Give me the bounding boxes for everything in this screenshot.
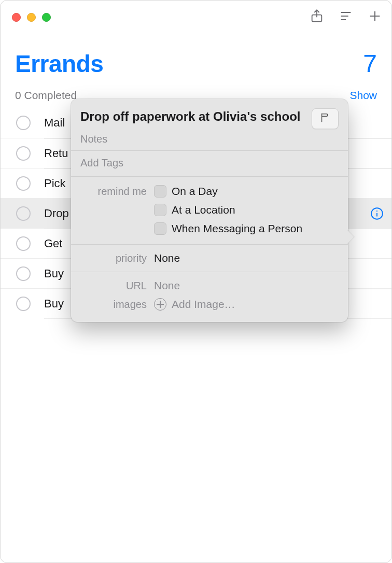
flag-button[interactable] — [312, 108, 339, 129]
remind-when-messaging-row: When Messaging a Person — [71, 219, 348, 238]
priority-section: priority None — [71, 244, 348, 272]
add-image-label: Add Image… — [172, 298, 235, 311]
images-label: images — [80, 299, 147, 311]
reminder-title[interactable]: Get — [44, 237, 62, 250]
url-label: URL — [80, 280, 147, 292]
notes-field[interactable]: Notes — [71, 133, 348, 150]
completion-toggle[interactable] — [16, 266, 31, 281]
url-images-section: URL None images Add Image… — [71, 272, 348, 322]
remind-on-day-row: remind me On a Day — [71, 182, 348, 201]
at-a-location-checkbox[interactable] — [154, 204, 166, 216]
at-a-location-label: At a Location — [172, 204, 235, 216]
completed-count-text: 0 Completed — [15, 89, 77, 102]
traffic-lights — [12, 13, 51, 22]
url-field[interactable]: None — [154, 279, 339, 292]
zoom-window-button[interactable] — [42, 13, 51, 22]
on-a-day-checkbox[interactable] — [154, 185, 166, 198]
details-popover: Drop off paperwork at Olivia's school No… — [71, 99, 348, 322]
add-reminder-icon[interactable] — [368, 9, 382, 25]
completion-toggle[interactable] — [16, 116, 31, 130]
reminder-title[interactable]: Buy — [44, 267, 64, 280]
list-count: 7 — [363, 49, 377, 78]
svg-point-8 — [376, 210, 377, 212]
priority-label: priority — [80, 252, 147, 264]
titlebar — [1, 1, 391, 34]
add-image-button[interactable]: Add Image… — [154, 298, 339, 311]
completion-toggle[interactable] — [16, 297, 31, 311]
reminder-title[interactable]: Pick — [44, 177, 66, 190]
details-button[interactable] — [370, 206, 384, 221]
reminder-title[interactable]: Retu — [44, 147, 68, 160]
list-header: Errands 7 — [1, 34, 391, 89]
completion-toggle[interactable] — [16, 206, 31, 221]
when-messaging-label: When Messaging a Person — [172, 222, 302, 235]
view-options-icon[interactable] — [339, 9, 353, 25]
on-a-day-label: On a Day — [172, 185, 218, 198]
remind-me-label: remind me — [80, 186, 147, 198]
list-title: Errands — [15, 50, 103, 78]
share-icon[interactable] — [310, 9, 324, 25]
completion-toggle[interactable] — [16, 146, 31, 161]
tags-field[interactable]: Add Tags — [71, 151, 348, 176]
reminder-title[interactable]: Mail — [44, 116, 65, 130]
completion-toggle[interactable] — [16, 236, 31, 251]
show-completed-button[interactable]: Show — [349, 89, 377, 102]
completion-toggle[interactable] — [16, 176, 31, 191]
reminder-title-field[interactable]: Drop off paperwork at Olivia's school — [80, 108, 305, 124]
when-messaging-checkbox[interactable] — [154, 222, 166, 235]
popover-header: Drop off paperwork at Olivia's school — [71, 99, 348, 133]
priority-value[interactable]: None — [154, 252, 339, 264]
remind-at-location-row: At a Location — [71, 201, 348, 219]
flag-icon — [319, 112, 331, 126]
remind-me-section: remind me On a Day At a Location When Me… — [71, 176, 348, 244]
plus-circle-icon — [154, 298, 166, 311]
minimize-window-button[interactable] — [27, 13, 36, 22]
reminder-title[interactable]: Buy — [44, 297, 64, 311]
reminder-title[interactable]: Drop — [44, 207, 69, 220]
close-window-button[interactable] — [12, 13, 21, 22]
window: Errands 7 0 Completed Show Mail Retu Pic… — [0, 0, 392, 563]
toolbar-right — [310, 9, 382, 25]
